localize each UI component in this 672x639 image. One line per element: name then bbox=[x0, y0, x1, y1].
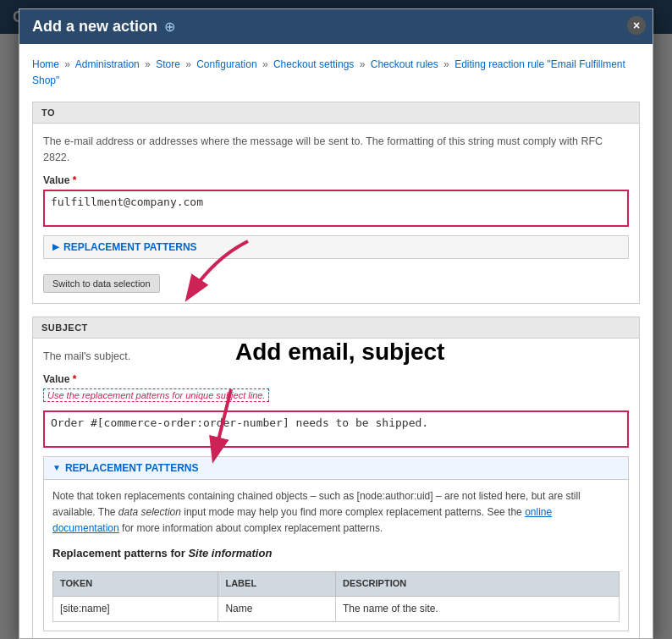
breadcrumb-checkout-settings[interactable]: Checkout settings bbox=[273, 58, 354, 70]
chevron-down-icon: ▼ bbox=[52, 463, 61, 472]
breadcrumb-sep-2: » bbox=[145, 58, 151, 70]
subject-value-wrapper: Order #[commerce-order:order-number] nee… bbox=[43, 410, 629, 448]
breadcrumb-administration[interactable]: Administration bbox=[75, 58, 140, 70]
to-value-wrapper: fulfillment@company.com bbox=[43, 190, 629, 227]
replacement-note: Note that token replacements containing … bbox=[52, 488, 620, 537]
breadcrumb: Home » Administration » Store » Configur… bbox=[32, 57, 640, 89]
subject-value-input[interactable]: Order #[commerce-order:order-number] nee… bbox=[43, 410, 629, 448]
to-section-header: TO bbox=[33, 102, 639, 124]
to-value-label: Value * bbox=[43, 174, 629, 186]
close-button[interactable]: × bbox=[627, 16, 646, 35]
cell-label: Name bbox=[218, 596, 336, 621]
subject-annotation: Use the replacement patterns for unique … bbox=[43, 388, 269, 402]
to-section: TO The e-mail address or addresses where… bbox=[32, 102, 640, 304]
site-info-heading: Replacement patterns for Site informatio… bbox=[52, 545, 620, 563]
col-description: DESCRIPTION bbox=[336, 571, 620, 596]
modal-title: Add a new action bbox=[32, 18, 157, 36]
breadcrumb-checkout-rules[interactable]: Checkout rules bbox=[371, 58, 438, 70]
table-row: [site:name] Name The name of the site. bbox=[53, 596, 620, 621]
to-description: The e-mail address or addresses where th… bbox=[43, 134, 629, 166]
to-section-body: The e-mail address or addresses where th… bbox=[33, 124, 639, 303]
subject-description: The mail's subject. bbox=[43, 349, 629, 365]
subject-replacement-patterns-toggle[interactable]: ▼ REPLACEMENT PATTERNS bbox=[44, 457, 628, 479]
breadcrumb-sep-6: » bbox=[443, 58, 449, 70]
col-label: LABEL bbox=[218, 571, 336, 596]
breadcrumb-store[interactable]: Store bbox=[156, 58, 180, 70]
switch-to-data-selection-button[interactable]: Switch to data selection bbox=[43, 274, 160, 293]
required-star-2: * bbox=[73, 373, 77, 385]
subject-replacement-patterns: ▼ REPLACEMENT PATTERNS Note that token r… bbox=[43, 456, 629, 631]
breadcrumb-home[interactable]: Home bbox=[32, 58, 59, 70]
site-info-italic: Site information bbox=[188, 547, 272, 559]
to-value-input[interactable]: fulfillment@company.com bbox=[43, 190, 629, 227]
subject-replacement-patterns-body: Note that token replacements containing … bbox=[44, 479, 628, 631]
annotation-container: TO The e-mail address or addresses where… bbox=[32, 102, 640, 639]
subject-value-label: Value * bbox=[43, 373, 629, 385]
modal: Add a new action ⊕ × Home » Administrati… bbox=[19, 8, 653, 639]
modal-overlay: Add a new action ⊕ × Home » Administrati… bbox=[0, 0, 672, 639]
modal-body: Home » Administration » Store » Configur… bbox=[19, 44, 653, 639]
required-star: * bbox=[73, 174, 77, 186]
cell-token: [site:name] bbox=[53, 596, 218, 621]
col-token: TOKEN bbox=[53, 571, 218, 596]
cell-description: The name of the site. bbox=[336, 596, 620, 621]
breadcrumb-sep-3: » bbox=[185, 58, 191, 70]
subject-section-body: The mail's subject. Value * Use the repl… bbox=[33, 339, 639, 639]
chevron-right-icon: ▶ bbox=[52, 242, 59, 251]
token-table: TOKEN LABEL DESCRIPTION [site:name] bbox=[52, 571, 620, 622]
subject-section-header: SUBJECT bbox=[33, 317, 639, 339]
breadcrumb-configuration[interactable]: Configuration bbox=[196, 58, 256, 70]
replacement-note-italic: data selection bbox=[118, 506, 181, 518]
breadcrumb-sep-4: » bbox=[262, 58, 268, 70]
to-replacement-patterns-toggle[interactable]: ▶ REPLACEMENT PATTERNS bbox=[44, 236, 628, 258]
modal-header: Add a new action ⊕ bbox=[19, 9, 653, 44]
breadcrumb-sep-5: » bbox=[360, 58, 366, 70]
table-header-row: TOKEN LABEL DESCRIPTION bbox=[53, 571, 620, 596]
to-replacement-patterns: ▶ REPLACEMENT PATTERNS bbox=[43, 235, 629, 259]
add-icon: ⊕ bbox=[164, 19, 175, 35]
subject-section: SUBJECT The mail's subject. Value * Use … bbox=[32, 317, 640, 639]
breadcrumb-sep-1: » bbox=[64, 58, 70, 70]
